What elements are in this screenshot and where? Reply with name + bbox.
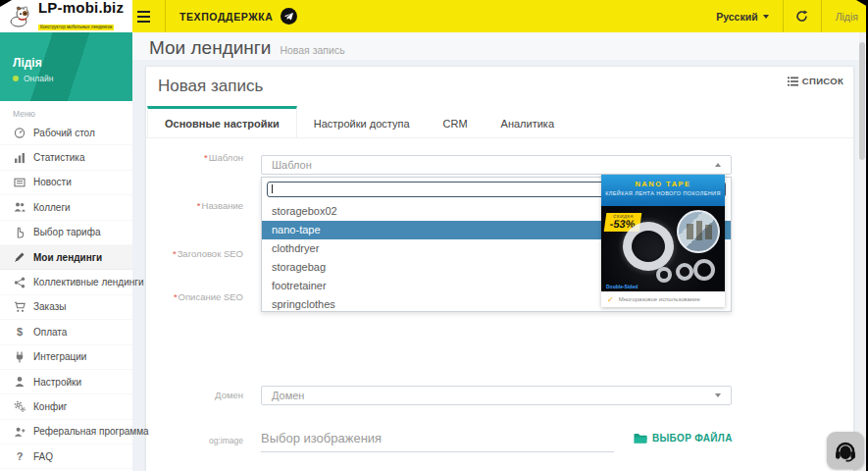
tab-access-settings[interactable]: Настройки доступа — [297, 106, 427, 138]
required-marker: * — [204, 152, 208, 163]
required-marker: * — [173, 248, 177, 259]
news-icon — [13, 177, 26, 188]
required-marker: * — [174, 291, 178, 302]
sidebar-item-colleagues[interactable]: Коллеги — [0, 195, 132, 220]
og-image-input[interactable]: Выбор изображения — [261, 431, 614, 452]
sidebar-item-referral[interactable]: Реферальная программа — [0, 420, 132, 445]
online-status-dot — [13, 76, 19, 81]
folder-icon — [634, 433, 647, 444]
dollar-icon: $ — [13, 326, 26, 338]
user-plus-icon — [13, 426, 26, 438]
seo-description-field-label: *Описание SEO — [146, 290, 243, 304]
tab-analytics[interactable]: Аналитика — [485, 106, 571, 138]
name-field-label: *Название — [146, 199, 243, 213]
sidebar-item-label: Конфиг — [33, 401, 67, 412]
language-dropdown[interactable]: Русский — [702, 0, 782, 32]
template-preview-image: NANO TAPE КЛЕЙКАЯ ЛЕНТА НОВОГО ПОКОЛЕНИЯ… — [601, 175, 725, 307]
sidebar-item-my-landings[interactable]: Мои лендинги — [0, 245, 132, 270]
sidebar-item-label: Реферальная программа — [33, 426, 149, 437]
screen-corner — [0, 0, 12, 7]
tape-piece-graphic — [693, 259, 715, 281]
chevron-down-icon — [715, 393, 721, 397]
support-link[interactable]: ТЕХПОДДЕРЖКА — [179, 0, 297, 32]
domain-field-label: Домен — [146, 389, 243, 402]
support-chat-widget[interactable] — [827, 432, 864, 469]
template-select-placeholder: Шаблон — [272, 159, 715, 171]
sidebar-item-label: Рабочий стол — [33, 128, 95, 138]
sidebar-item-tariff[interactable]: Выбор тарифа — [0, 221, 132, 245]
language-label: Русский — [716, 11, 757, 23]
telegram-icon — [281, 8, 297, 25]
sidebar-item-label: Новости — [33, 177, 72, 187]
preview-feature-text: Многоразовое использование — [619, 296, 700, 302]
user-menu[interactable]: Лідія — [822, 11, 866, 23]
sidebar-item-orders[interactable]: Заказы — [0, 295, 132, 320]
main-content: Мои лендинги Новая запись Новая запись С… — [132, 32, 866, 471]
sidebar-item-config[interactable]: Конфиг — [0, 394, 132, 419]
sidebar-menu: Рабочий стол Статистика Новости Коллеги … — [0, 121, 132, 469]
template-field-label: *Шаблон — [146, 151, 243, 165]
card-title: Новая запись — [158, 77, 263, 96]
template-select[interactable]: Шаблон — [261, 155, 732, 175]
sidebar-item-label: Статистика — [33, 152, 85, 163]
logo[interactable]: LP-mobi.biz Конструктор мобильных лендин… — [0, 0, 132, 32]
sidebar-item-desktop[interactable]: Рабочий стол — [0, 121, 132, 145]
check-icon: ✓ — [607, 295, 614, 304]
choose-file-button-label: ВЫБОР ФАЙЛА — [652, 433, 733, 444]
sidebar-item-label: Заказы — [33, 301, 66, 312]
pen-icon — [13, 251, 26, 263]
plug-icon — [13, 351, 26, 363]
sidebar-item-settings[interactable]: Настройки — [0, 370, 132, 394]
sidebar-toggle-button[interactable] — [137, 8, 155, 24]
chevron-up-icon — [715, 163, 721, 167]
sidebar-item-label: Настройки — [33, 377, 81, 388]
seo-title-field-label: *Заголовок SEO — [146, 247, 243, 261]
sidebar-item-payment[interactable]: $ Оплата — [0, 320, 132, 344]
user-panel: Лідія Онлайн — [0, 32, 132, 101]
sidebar-item-faq[interactable]: ? FAQ — [0, 445, 132, 469]
choose-file-button[interactable]: ВЫБОР ФАЙЛА — [634, 433, 733, 444]
logo-title: LP-mobi.biz — [38, 0, 124, 15]
sidebar: Лідія Онлайн Меню Рабочий стол Статистик… — [0, 32, 132, 471]
page-title: Мои лендинги — [149, 37, 271, 59]
sidebar-item-label: Выбор тарифа — [33, 227, 100, 237]
tab-main-settings[interactable]: Основные настройки — [147, 106, 297, 138]
desktop-icon — [13, 127, 26, 138]
users-icon — [13, 201, 26, 213]
chevron-down-icon — [763, 15, 769, 19]
refresh-button[interactable] — [783, 0, 822, 32]
sidebar-item-statistics[interactable]: Статистика — [0, 145, 132, 170]
domain-select-placeholder: Домен — [272, 390, 715, 401]
preview-title: NANO TAPE — [601, 180, 725, 188]
refresh-icon — [795, 10, 808, 23]
tab-crm[interactable]: CRM — [427, 106, 485, 138]
preview-watermark: Double-Sided — [606, 284, 638, 289]
chart-icon — [13, 152, 26, 164]
user-icon — [13, 376, 26, 388]
sidebar-item-collective-landings[interactable]: Коллективные лендинги — [0, 270, 132, 294]
content-card: Новая запись СПИСОК Основные настройки Н… — [145, 66, 854, 471]
sidebar-item-news[interactable]: Новости — [0, 171, 132, 195]
support-label: ТЕХПОДДЕРЖКА — [179, 11, 274, 23]
tape-piece-graphic — [656, 267, 672, 283]
scrollbar-thumb[interactable] — [859, 42, 865, 160]
sidebar-item-integrations[interactable]: Интеграции — [0, 345, 132, 370]
list-button-label: СПИСОК — [802, 76, 843, 86]
og-image-field-label: og:image — [146, 434, 243, 447]
headphones-icon — [833, 438, 858, 463]
list-button[interactable]: СПИСОК — [788, 76, 843, 86]
sidebar-item-label: Оплата — [33, 327, 67, 338]
sidebar-item-label: Коллективные лендинги — [33, 277, 144, 288]
required-marker: * — [197, 200, 201, 211]
preview-inset-photo — [677, 210, 720, 253]
cart-icon — [13, 301, 26, 313]
question-icon: ? — [13, 450, 26, 462]
preview-subtitle: КЛЕЙКАЯ ЛЕНТА НОВОГО ПОКОЛЕНИЯ — [601, 190, 725, 196]
share-icon — [13, 277, 26, 288]
gears-icon — [13, 400, 26, 412]
domain-select[interactable]: Домен — [261, 386, 732, 405]
page-header: Мои лендинги Новая запись — [132, 32, 866, 60]
top-bar: LP-mobi.biz Конструктор мобильных лендин… — [0, 0, 868, 32]
screen-corner — [856, 0, 868, 7]
user-status: Онлайн — [13, 74, 132, 83]
